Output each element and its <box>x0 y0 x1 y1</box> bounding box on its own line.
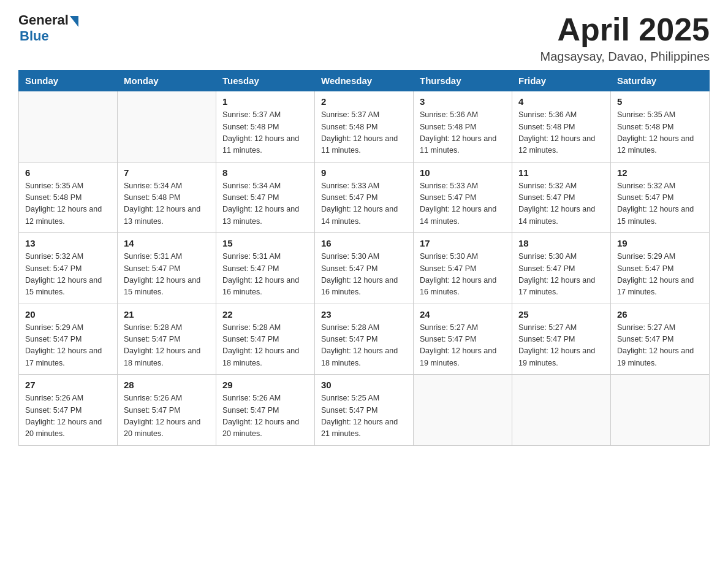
day-detail: Sunrise: 5:35 AMSunset: 5:48 PMDaylight:… <box>617 109 703 157</box>
day-detail: Sunrise: 5:34 AMSunset: 5:47 PMDaylight:… <box>222 180 308 228</box>
table-row <box>118 91 216 163</box>
day-detail: Sunrise: 5:32 AMSunset: 5:47 PMDaylight:… <box>518 180 604 228</box>
header-thursday: Thursday <box>414 71 512 91</box>
title-block: April 2025 Magsaysay, Davao, Philippines <box>540 12 710 64</box>
day-detail: Sunrise: 5:26 AMSunset: 5:47 PMDaylight:… <box>124 393 210 440</box>
day-number: 13 <box>25 238 111 248</box>
table-row: 24Sunrise: 5:27 AMSunset: 5:47 PMDayligh… <box>414 304 512 375</box>
day-detail: Sunrise: 5:31 AMSunset: 5:47 PMDaylight:… <box>222 251 308 299</box>
day-number: 25 <box>518 309 604 320</box>
header-tuesday: Tuesday <box>216 71 315 91</box>
logo-triangle-icon <box>70 16 78 27</box>
day-number: 16 <box>321 238 407 248</box>
logo: General Blue <box>18 12 78 44</box>
day-number: 6 <box>25 167 111 178</box>
table-row: 15Sunrise: 5:31 AMSunset: 5:47 PMDayligh… <box>216 233 315 304</box>
day-number: 11 <box>518 167 604 178</box>
table-row: 9Sunrise: 5:33 AMSunset: 5:47 PMDaylight… <box>315 162 414 233</box>
table-row <box>414 375 512 446</box>
day-number: 22 <box>222 309 308 320</box>
table-row: 17Sunrise: 5:30 AMSunset: 5:47 PMDayligh… <box>414 233 512 304</box>
day-detail: Sunrise: 5:30 AMSunset: 5:47 PMDaylight:… <box>420 251 506 299</box>
table-row <box>19 91 118 163</box>
table-row: 18Sunrise: 5:30 AMSunset: 5:47 PMDayligh… <box>512 233 611 304</box>
day-detail: Sunrise: 5:28 AMSunset: 5:47 PMDaylight:… <box>124 322 210 370</box>
day-number: 26 <box>617 309 703 320</box>
logo-blue-text: Blue <box>20 28 78 44</box>
day-number: 19 <box>617 238 703 248</box>
day-detail: Sunrise: 5:25 AMSunset: 5:47 PMDaylight:… <box>321 393 407 440</box>
day-number: 4 <box>518 96 604 107</box>
table-row: 14Sunrise: 5:31 AMSunset: 5:47 PMDayligh… <box>118 233 216 304</box>
table-row: 22Sunrise: 5:28 AMSunset: 5:47 PMDayligh… <box>216 304 315 375</box>
day-number: 14 <box>124 238 210 248</box>
day-number: 28 <box>124 380 210 390</box>
table-row: 4Sunrise: 5:36 AMSunset: 5:48 PMDaylight… <box>512 91 611 163</box>
table-row: 28Sunrise: 5:26 AMSunset: 5:47 PMDayligh… <box>118 375 216 446</box>
day-detail: Sunrise: 5:29 AMSunset: 5:47 PMDaylight:… <box>25 322 111 370</box>
calendar-table: Sunday Monday Tuesday Wednesday Thursday… <box>18 70 710 446</box>
table-row: 25Sunrise: 5:27 AMSunset: 5:47 PMDayligh… <box>512 304 611 375</box>
day-detail: Sunrise: 5:31 AMSunset: 5:47 PMDaylight:… <box>124 251 210 299</box>
day-detail: Sunrise: 5:34 AMSunset: 5:48 PMDaylight:… <box>124 180 210 228</box>
day-detail: Sunrise: 5:37 AMSunset: 5:48 PMDaylight:… <box>321 109 407 157</box>
table-row: 1Sunrise: 5:37 AMSunset: 5:48 PMDaylight… <box>216 91 315 163</box>
day-number: 5 <box>617 96 703 107</box>
table-row: 7Sunrise: 5:34 AMSunset: 5:48 PMDaylight… <box>118 162 216 233</box>
calendar-header: Sunday Monday Tuesday Wednesday Thursday… <box>19 71 710 91</box>
table-row: 10Sunrise: 5:33 AMSunset: 5:47 PMDayligh… <box>414 162 512 233</box>
day-detail: Sunrise: 5:30 AMSunset: 5:47 PMDaylight:… <box>321 251 407 299</box>
day-number: 20 <box>25 309 111 320</box>
table-row: 16Sunrise: 5:30 AMSunset: 5:47 PMDayligh… <box>315 233 414 304</box>
table-row: 12Sunrise: 5:32 AMSunset: 5:47 PMDayligh… <box>611 162 710 233</box>
logo-general-text: General <box>18 12 69 28</box>
location-subtitle: Magsaysay, Davao, Philippines <box>540 50 710 64</box>
day-detail: Sunrise: 5:28 AMSunset: 5:47 PMDaylight:… <box>222 322 308 370</box>
table-row: 30Sunrise: 5:25 AMSunset: 5:47 PMDayligh… <box>315 375 414 446</box>
day-detail: Sunrise: 5:27 AMSunset: 5:47 PMDaylight:… <box>617 322 703 370</box>
day-number: 12 <box>617 167 703 178</box>
table-row: 29Sunrise: 5:26 AMSunset: 5:47 PMDayligh… <box>216 375 315 446</box>
table-row: 2Sunrise: 5:37 AMSunset: 5:48 PMDaylight… <box>315 91 414 163</box>
day-number: 1 <box>222 96 308 107</box>
day-detail: Sunrise: 5:32 AMSunset: 5:47 PMDaylight:… <box>25 251 111 299</box>
day-number: 23 <box>321 309 407 320</box>
day-number: 7 <box>124 167 210 178</box>
day-number: 24 <box>420 309 506 320</box>
day-detail: Sunrise: 5:30 AMSunset: 5:47 PMDaylight:… <box>518 251 604 299</box>
table-row: 11Sunrise: 5:32 AMSunset: 5:47 PMDayligh… <box>512 162 611 233</box>
day-detail: Sunrise: 5:29 AMSunset: 5:47 PMDaylight:… <box>617 251 703 299</box>
day-number: 3 <box>420 96 506 107</box>
day-detail: Sunrise: 5:28 AMSunset: 5:47 PMDaylight:… <box>321 322 407 370</box>
day-number: 17 <box>420 238 506 248</box>
header-wednesday: Wednesday <box>315 71 414 91</box>
day-number: 10 <box>420 167 506 178</box>
day-detail: Sunrise: 5:35 AMSunset: 5:48 PMDaylight:… <box>25 180 111 228</box>
page-header: General Blue April 2025 Magsaysay, Davao… <box>18 12 710 64</box>
day-number: 30 <box>321 380 407 390</box>
day-number: 8 <box>222 167 308 178</box>
calendar-body: 1Sunrise: 5:37 AMSunset: 5:48 PMDaylight… <box>19 91 710 446</box>
day-number: 27 <box>25 380 111 390</box>
day-number: 2 <box>321 96 407 107</box>
table-row: 13Sunrise: 5:32 AMSunset: 5:47 PMDayligh… <box>19 233 118 304</box>
header-monday: Monday <box>118 71 216 91</box>
day-number: 29 <box>222 380 308 390</box>
day-detail: Sunrise: 5:27 AMSunset: 5:47 PMDaylight:… <box>420 322 506 370</box>
table-row: 3Sunrise: 5:36 AMSunset: 5:48 PMDaylight… <box>414 91 512 163</box>
table-row <box>512 375 611 446</box>
day-number: 21 <box>124 309 210 320</box>
table-row: 20Sunrise: 5:29 AMSunset: 5:47 PMDayligh… <box>19 304 118 375</box>
day-detail: Sunrise: 5:26 AMSunset: 5:47 PMDaylight:… <box>222 393 308 440</box>
day-detail: Sunrise: 5:32 AMSunset: 5:47 PMDaylight:… <box>617 180 703 228</box>
month-title: April 2025 <box>540 12 710 47</box>
header-friday: Friday <box>512 71 611 91</box>
day-number: 15 <box>222 238 308 248</box>
table-row: 21Sunrise: 5:28 AMSunset: 5:47 PMDayligh… <box>118 304 216 375</box>
day-detail: Sunrise: 5:26 AMSunset: 5:47 PMDaylight:… <box>25 393 111 440</box>
day-number: 18 <box>518 238 604 248</box>
table-row: 6Sunrise: 5:35 AMSunset: 5:48 PMDaylight… <box>19 162 118 233</box>
header-sunday: Sunday <box>19 71 118 91</box>
table-row: 5Sunrise: 5:35 AMSunset: 5:48 PMDaylight… <box>611 91 710 163</box>
table-row: 8Sunrise: 5:34 AMSunset: 5:47 PMDaylight… <box>216 162 315 233</box>
